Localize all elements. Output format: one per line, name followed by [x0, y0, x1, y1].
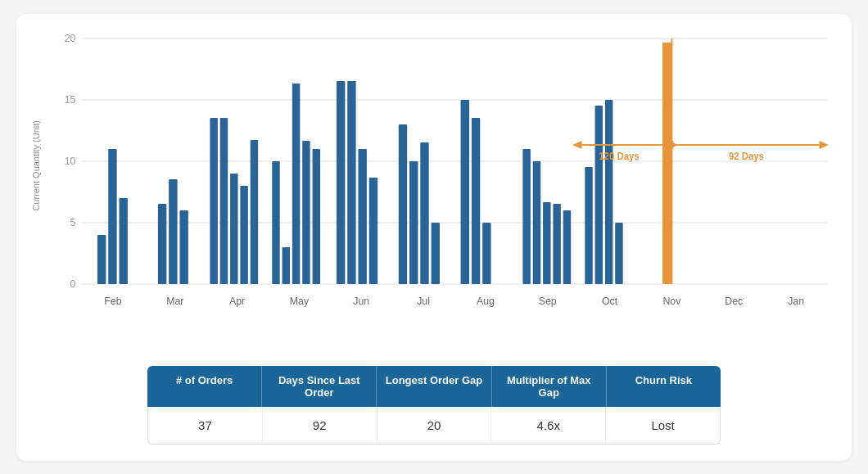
svg-text:Jan: Jan — [788, 295, 804, 306]
value-multiplier: 4.6x — [491, 407, 606, 444]
svg-rect-54 — [585, 167, 592, 284]
svg-rect-50 — [533, 161, 540, 284]
svg-rect-43 — [409, 161, 418, 284]
svg-rect-53 — [563, 210, 571, 284]
svg-rect-34 — [283, 247, 290, 284]
svg-rect-44 — [420, 142, 428, 284]
svg-rect-23 — [108, 149, 116, 284]
svg-rect-58 — [662, 43, 671, 284]
svg-marker-61 — [572, 141, 581, 149]
svg-rect-25 — [158, 204, 166, 284]
svg-rect-26 — [169, 179, 177, 284]
svg-text:Jul: Jul — [417, 295, 430, 306]
svg-text:92 Days: 92 Days — [729, 150, 764, 160]
svg-rect-39 — [347, 81, 355, 284]
svg-text:10: 10 — [65, 155, 76, 166]
svg-text:Aug: Aug — [477, 295, 495, 306]
value-days-since: 92 — [263, 407, 377, 444]
svg-text:Apr: Apr — [229, 295, 245, 306]
svg-rect-33 — [272, 161, 279, 284]
svg-text:Feb: Feb — [104, 295, 121, 306]
svg-rect-41 — [369, 178, 377, 284]
svg-text:Dec: Dec — [725, 295, 743, 306]
svg-text:20: 20 — [65, 32, 76, 43]
svg-rect-35 — [292, 84, 300, 284]
header-days-since: Days Since Last Order — [262, 366, 377, 407]
summary-values: 37 92 20 4.6x Lost — [147, 407, 721, 445]
svg-text:Sep: Sep — [539, 295, 557, 306]
svg-rect-24 — [120, 198, 128, 284]
svg-rect-22 — [97, 235, 106, 284]
svg-text:Mar: Mar — [166, 295, 183, 306]
svg-text:5: 5 — [70, 216, 76, 228]
svg-rect-48 — [482, 223, 491, 284]
main-container: Current Quantity (Unit) 0 5 10 15 20 F — [16, 14, 852, 461]
svg-rect-29 — [220, 118, 228, 284]
summary-header: # of Orders Days Since Last Order Longes… — [147, 366, 721, 407]
svg-text:15: 15 — [65, 93, 76, 105]
value-orders: 37 — [148, 407, 263, 444]
svg-text:Nov: Nov — [662, 295, 681, 306]
svg-rect-47 — [472, 118, 480, 284]
chart-svg: 0 5 10 15 20 Feb Mar Apr May Jun Jul Aug… — [82, 38, 827, 317]
svg-rect-42 — [399, 124, 407, 284]
svg-marker-66 — [820, 141, 829, 149]
svg-text:Oct: Oct — [602, 295, 618, 306]
svg-rect-57 — [615, 223, 622, 284]
svg-rect-38 — [337, 81, 345, 284]
header-churn-risk: Churn Risk — [607, 366, 721, 407]
svg-text:May: May — [290, 295, 310, 306]
svg-rect-31 — [240, 186, 247, 284]
svg-rect-28 — [210, 118, 217, 284]
svg-rect-37 — [313, 149, 320, 284]
svg-rect-36 — [302, 141, 310, 284]
svg-rect-27 — [179, 210, 188, 284]
svg-text:Jun: Jun — [353, 295, 369, 306]
chart-area: Current Quantity (Unit) 0 5 10 15 20 F — [41, 38, 827, 350]
svg-rect-32 — [251, 140, 258, 284]
svg-rect-55 — [595, 106, 603, 284]
svg-rect-51 — [543, 202, 550, 284]
header-multiplier: Multiplier of Max Gap — [492, 366, 607, 407]
svg-rect-30 — [230, 174, 237, 284]
svg-rect-49 — [522, 149, 530, 284]
chart-inner: 0 5 10 15 20 Feb Mar Apr May Jun Jul Aug… — [82, 38, 827, 317]
header-longest-gap: Longest Order Gap — [377, 366, 491, 407]
svg-rect-56 — [605, 100, 613, 284]
svg-text:120 Days: 120 Days — [599, 150, 640, 160]
svg-rect-52 — [553, 204, 560, 284]
svg-rect-40 — [358, 149, 366, 284]
value-longest-gap: 20 — [377, 407, 492, 444]
y-axis-label: Current Quantity (Unit) — [31, 120, 43, 211]
svg-text:0: 0 — [70, 278, 76, 289]
value-churn-risk: Lost — [606, 407, 720, 444]
svg-rect-46 — [461, 100, 469, 284]
svg-rect-45 — [432, 223, 440, 284]
header-orders: # of Orders — [147, 366, 262, 407]
summary-table: # of Orders Days Since Last Order Longes… — [147, 366, 721, 445]
